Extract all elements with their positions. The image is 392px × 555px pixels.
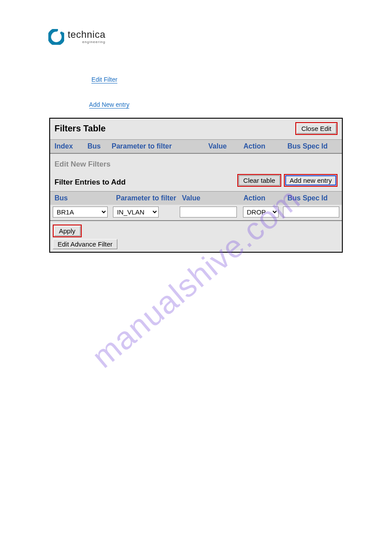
page-number: 68 xyxy=(48,522,54,529)
highlight-box: Apply xyxy=(53,225,82,237)
edit-new-filters-label: Edit New Filters xyxy=(50,154,342,171)
edit-filter-link[interactable]: Edit Filter xyxy=(91,76,117,83)
col-action: Action xyxy=(243,194,287,202)
add-new-entry-link[interactable]: Add New entry xyxy=(89,102,130,109)
instr-text: 7. Now click on xyxy=(48,76,91,83)
instr-text: 8. You will see at the bottom of the mai… xyxy=(48,87,344,97)
table-headers: Index Bus Parameter to filter Value Acti… xyxy=(50,139,342,154)
body-text: This will show a new row on "Filter Entr… xyxy=(48,290,344,336)
add-new-entry-button[interactable]: Add new entry xyxy=(286,176,335,185)
clear-table-button[interactable]: Clear table xyxy=(239,175,280,185)
apply-button[interactable]: Apply xyxy=(54,226,80,236)
paragraph: 9. Enter the following values: BR1A, IN_… xyxy=(48,316,344,336)
highlight-box: Add new entry xyxy=(284,174,338,187)
close-edit-button[interactable]: Close Edit xyxy=(297,123,336,134)
col-index: Index xyxy=(54,142,87,150)
paragraph: This will show a new row on "Filter Entr… xyxy=(48,290,344,310)
instr-text: . xyxy=(119,76,121,83)
logo: technica engineering xyxy=(48,29,105,45)
col-value: Value xyxy=(182,194,243,202)
logo-icon xyxy=(48,29,64,45)
col-bus: Bus xyxy=(87,142,112,150)
instr-text: ment. Click on xyxy=(48,101,89,108)
filter-entry-row: BR1A IN_VLAN DROP xyxy=(50,205,342,221)
bus-spec-input[interactable] xyxy=(283,207,339,218)
parameter-select[interactable]: IN_VLAN xyxy=(113,207,158,218)
col-parameter: Parameter to filter xyxy=(112,142,208,150)
col-action: Action xyxy=(243,142,287,150)
col-bus: Bus xyxy=(54,194,116,202)
logo-name: technica xyxy=(68,30,105,40)
action-select[interactable]: DROP xyxy=(243,207,279,218)
svg-point-0 xyxy=(60,32,63,34)
value-input[interactable] xyxy=(180,207,237,218)
entries-headers: Bus Parameter to filter Value Action Bus… xyxy=(50,191,342,205)
bus-select[interactable]: BR1A xyxy=(53,207,108,218)
instruction-text: 7. Now click on Edit Filter . 8. You wil… xyxy=(48,75,344,112)
col-bus-spec: Bus Spec Id xyxy=(287,142,338,150)
figure-caption: Figure 5-2: New entry on Filter Entries … xyxy=(48,272,344,279)
filters-panel: Filters Table Close Edit Index Bus Param… xyxy=(49,118,343,253)
filter-entries-title: Filter Entries to Add xyxy=(54,178,126,187)
panel-title: Filters Table xyxy=(54,123,105,134)
highlight-box: Clear table xyxy=(237,174,282,187)
col-bus-spec: Bus Spec Id xyxy=(287,194,338,202)
instr-text: . xyxy=(131,101,133,108)
logo-sub: engineering xyxy=(68,40,105,44)
col-parameter: Parameter to filter xyxy=(116,194,182,202)
col-value: Value xyxy=(208,142,243,150)
highlight-box: Close Edit xyxy=(295,122,338,135)
edit-advance-filter-button[interactable]: Edit Advance Filter xyxy=(53,239,117,249)
